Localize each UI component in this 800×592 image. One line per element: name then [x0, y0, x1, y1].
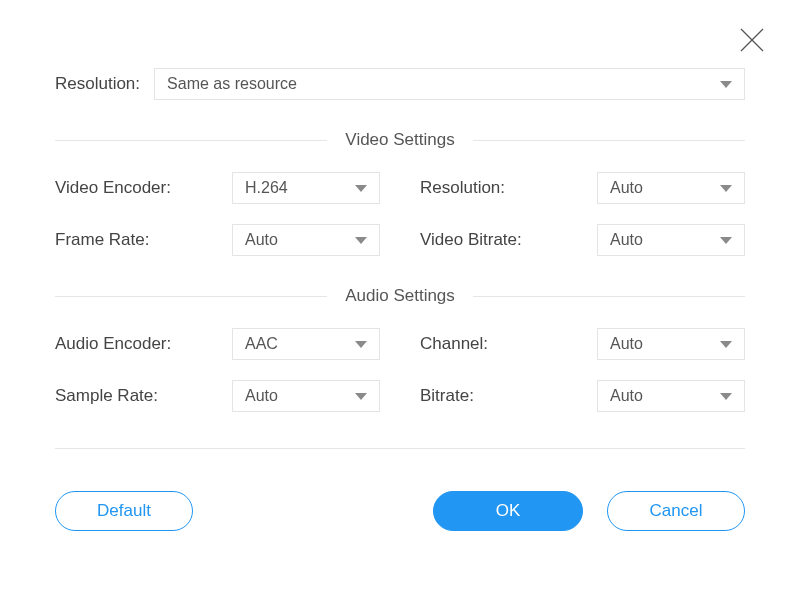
- channel-value: Auto: [610, 335, 643, 353]
- chevron-down-icon: [355, 341, 367, 348]
- divider: [473, 296, 745, 297]
- audio-settings-title: Audio Settings: [345, 286, 455, 306]
- chevron-down-icon: [355, 185, 367, 192]
- close-icon: [738, 26, 766, 54]
- audio-encoder-value: AAC: [245, 335, 278, 353]
- video-encoder-select[interactable]: H.264: [232, 172, 380, 204]
- video-encoder-field: Video Encoder: H.264: [55, 172, 380, 204]
- channel-field: Channel: Auto: [420, 328, 745, 360]
- video-bitrate-select[interactable]: Auto: [597, 224, 745, 256]
- chevron-down-icon: [355, 237, 367, 244]
- close-button[interactable]: [738, 26, 766, 54]
- chevron-down-icon: [720, 81, 732, 88]
- audio-encoder-field: Audio Encoder: AAC: [55, 328, 380, 360]
- sample-rate-field: Sample Rate: Auto: [55, 380, 380, 412]
- video-resolution-label: Resolution:: [420, 178, 550, 198]
- audio-encoder-select[interactable]: AAC: [232, 328, 380, 360]
- top-resolution-value: Same as resource: [167, 75, 297, 93]
- frame-rate-label: Frame Rate:: [55, 230, 185, 250]
- divider: [55, 140, 327, 141]
- channel-select[interactable]: Auto: [597, 328, 745, 360]
- divider: [473, 140, 745, 141]
- channel-label: Channel:: [420, 334, 550, 354]
- default-button-label: Default: [97, 501, 151, 521]
- audio-bitrate-field: Bitrate: Auto: [420, 380, 745, 412]
- default-button[interactable]: Default: [55, 491, 193, 531]
- audio-encoder-label: Audio Encoder:: [55, 334, 185, 354]
- audio-bitrate-select[interactable]: Auto: [597, 380, 745, 412]
- video-encoder-value: H.264: [245, 179, 288, 197]
- frame-rate-value: Auto: [245, 231, 278, 249]
- video-settings-title: Video Settings: [345, 130, 454, 150]
- frame-rate-field: Frame Rate: Auto: [55, 224, 380, 256]
- divider: [55, 448, 745, 449]
- video-resolution-value: Auto: [610, 179, 643, 197]
- cancel-button[interactable]: Cancel: [607, 491, 745, 531]
- cancel-button-label: Cancel: [650, 501, 703, 521]
- divider: [55, 296, 327, 297]
- video-settings-section: Video Settings Video Encoder: H.264 Reso…: [55, 130, 745, 256]
- top-resolution-label: Resolution:: [55, 74, 140, 94]
- ok-button-label: OK: [496, 501, 521, 521]
- top-resolution-row: Resolution: Same as resource: [55, 68, 745, 100]
- video-encoder-label: Video Encoder:: [55, 178, 185, 198]
- frame-rate-select[interactable]: Auto: [232, 224, 380, 256]
- video-bitrate-field: Video Bitrate: Auto: [420, 224, 745, 256]
- sample-rate-label: Sample Rate:: [55, 386, 185, 406]
- audio-bitrate-value: Auto: [610, 387, 643, 405]
- video-resolution-field: Resolution: Auto: [420, 172, 745, 204]
- button-row: Default OK Cancel: [55, 491, 745, 531]
- video-bitrate-label: Video Bitrate:: [420, 230, 550, 250]
- chevron-down-icon: [720, 393, 732, 400]
- chevron-down-icon: [720, 237, 732, 244]
- sample-rate-select[interactable]: Auto: [232, 380, 380, 412]
- settings-dialog: Resolution: Same as resource Video Setti…: [0, 0, 800, 592]
- top-resolution-select[interactable]: Same as resource: [154, 68, 745, 100]
- chevron-down-icon: [355, 393, 367, 400]
- audio-settings-section: Audio Settings Audio Encoder: AAC Channe…: [55, 286, 745, 412]
- video-resolution-select[interactable]: Auto: [597, 172, 745, 204]
- video-bitrate-value: Auto: [610, 231, 643, 249]
- chevron-down-icon: [720, 185, 732, 192]
- audio-bitrate-label: Bitrate:: [420, 386, 550, 406]
- chevron-down-icon: [720, 341, 732, 348]
- ok-button[interactable]: OK: [433, 491, 583, 531]
- sample-rate-value: Auto: [245, 387, 278, 405]
